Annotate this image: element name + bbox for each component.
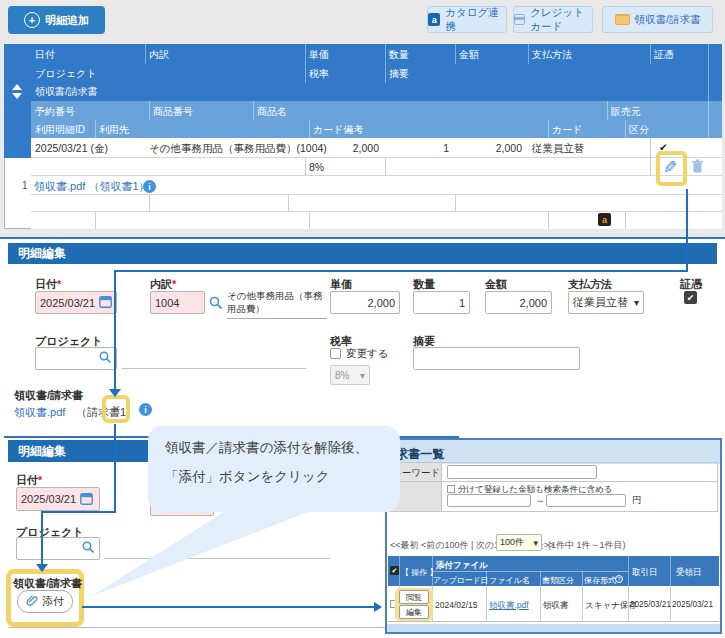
chevron-down-icon: ▾ — [634, 297, 639, 308]
amount-max-input[interactable] — [546, 494, 626, 507]
breakdown-name: その他事務用品（事務用品費） — [227, 290, 327, 319]
panel-bottom-strip — [387, 624, 720, 632]
divider — [582, 571, 583, 586]
arrowhead-to-attach — [36, 564, 48, 572]
divider — [385, 44, 386, 83]
search-icon[interactable] — [209, 296, 223, 314]
unit-price-field[interactable]: 2,000 — [330, 291, 400, 314]
bubble-line-1: 領収書／請求書の添付を解除後、 — [165, 439, 368, 457]
amount-filter-checkbox[interactable] — [447, 485, 455, 493]
summary-field[interactable] — [413, 347, 580, 370]
col-header-card: カード — [552, 123, 582, 137]
amount-field[interactable]: 2,000 — [485, 291, 552, 314]
bubble-tail — [85, 505, 325, 600]
table-row-empty-1 — [31, 195, 722, 212]
info-icon[interactable]: i — [139, 403, 152, 416]
project-search-field[interactable] — [35, 347, 117, 370]
row-unit-price: 2,000 — [305, 142, 379, 154]
row-reorder-column[interactable] — [4, 44, 31, 158]
row-number: 1 — [22, 180, 28, 191]
arrowhead-to-remove — [109, 389, 121, 397]
divider — [399, 556, 400, 586]
evidence-label: 証憑 — [680, 277, 702, 292]
arrow-pencil-vertical — [686, 189, 688, 271]
divider — [625, 120, 626, 138]
amazon-icon: a — [428, 13, 440, 26]
header-select-checkbox[interactable]: ✔ — [390, 566, 399, 575]
divider — [540, 586, 541, 622]
col-header-received-date: 受領日 — [676, 567, 702, 579]
sort-up-icon[interactable] — [12, 84, 22, 90]
col-header-project: プロジェクト — [35, 67, 96, 81]
col-header-transaction-date: 取引日 — [632, 567, 658, 579]
unit-price-label: 単価 — [330, 277, 352, 292]
attach-button[interactable]: 添付 — [17, 590, 73, 613]
divider — [253, 101, 254, 120]
guide-bubble: 領収書／請求書の添付を解除後、 「添付」ボタンをクリック — [148, 426, 400, 512]
breakdown-code-field[interactable]: 1004 — [150, 291, 205, 314]
cell-received-date: 2025/03/21 — [672, 600, 713, 609]
divider — [385, 158, 386, 176]
credit-card-button[interactable]: クレジットカード — [513, 6, 593, 33]
divider — [432, 556, 433, 586]
divider — [650, 44, 651, 64]
search-icon[interactable] — [99, 351, 112, 366]
cell-file-link[interactable]: 領収書.pdf — [489, 600, 529, 612]
col-header-division: 区分 — [629, 123, 649, 137]
col-header-amount: 金額 — [459, 48, 479, 62]
qty-field[interactable]: 1 — [413, 291, 470, 314]
tax-change-checkbox[interactable] — [330, 348, 341, 359]
col-header-item-name: 商品名 — [257, 105, 287, 119]
payment-select[interactable]: 従業員立替 ▾ — [568, 291, 644, 314]
header-row-1 — [31, 44, 722, 64]
col-header-breakdown: 内訳 — [149, 48, 169, 62]
divider — [528, 44, 529, 64]
tax-rate-select[interactable]: 8% ▾ — [330, 365, 370, 385]
col-header-receipt: 領収書/請求書 — [35, 85, 98, 99]
catalog-link-button[interactable]: a カタログ連携 — [427, 6, 507, 33]
amount-min-input[interactable] — [447, 494, 531, 507]
page-size-select[interactable]: 100件 ▾ — [496, 534, 542, 551]
qty-label: 数量 — [413, 277, 435, 292]
arrow-from-remove — [114, 424, 116, 512]
bubble-line-2: 「添付」ボタンをクリック — [165, 468, 330, 486]
col-header-summary: 摘要 — [389, 67, 409, 81]
col-header-usage-to: 利用先 — [99, 123, 129, 137]
header-row-3 — [31, 83, 722, 101]
divider — [149, 195, 150, 212]
col-header-payment: 支払方法 — [532, 48, 572, 62]
divider — [628, 556, 629, 586]
divider — [670, 556, 671, 586]
edit-button[interactable]: 編集 — [399, 605, 429, 619]
row-payment: 従業員立替 — [532, 142, 585, 156]
catalog-link-label: カタログ連携 — [445, 6, 506, 34]
cell-upload-date: 2024/02/15 — [435, 600, 478, 610]
divider — [650, 138, 651, 176]
calendar-icon[interactable] — [99, 295, 112, 310]
divider — [149, 101, 150, 120]
receipt-file-link[interactable]: 領収書.pdf （領収書1） — [34, 179, 150, 194]
remove-highlight — [102, 395, 130, 423]
divider — [582, 586, 583, 622]
evidence-checkbox[interactable]: ✔ — [684, 291, 697, 304]
sort-down-icon[interactable] — [12, 93, 22, 99]
keyword-input[interactable] — [447, 465, 597, 479]
edit-panel2-title: 明細編集 — [18, 443, 66, 460]
col-header-item-no: 商品番号 — [153, 105, 193, 119]
add-detail-button[interactable]: + 明細追加 — [8, 6, 105, 34]
help-icon[interactable]: ? — [615, 575, 623, 583]
attached-file-link[interactable]: 領収書.pdf — [14, 405, 65, 420]
col-header-usage-id: 利用明細ID — [35, 123, 85, 137]
receipt-invoice-button[interactable]: 領収書/請求書 — [602, 6, 713, 33]
header-row-5 — [31, 120, 722, 138]
divider — [455, 44, 456, 64]
row-date: 2025/03/21 (金) — [35, 142, 108, 156]
divider — [305, 158, 306, 176]
trash-icon[interactable] — [691, 159, 704, 178]
row-amount: 2,000 — [455, 142, 522, 154]
view-button[interactable]: 閲覧 — [399, 590, 429, 604]
divider — [548, 120, 549, 138]
info-icon[interactable]: i — [143, 180, 156, 193]
date-field[interactable]: 2025/03/21 — [35, 291, 117, 314]
col-header-save-format: 保存形式 — [584, 575, 616, 586]
